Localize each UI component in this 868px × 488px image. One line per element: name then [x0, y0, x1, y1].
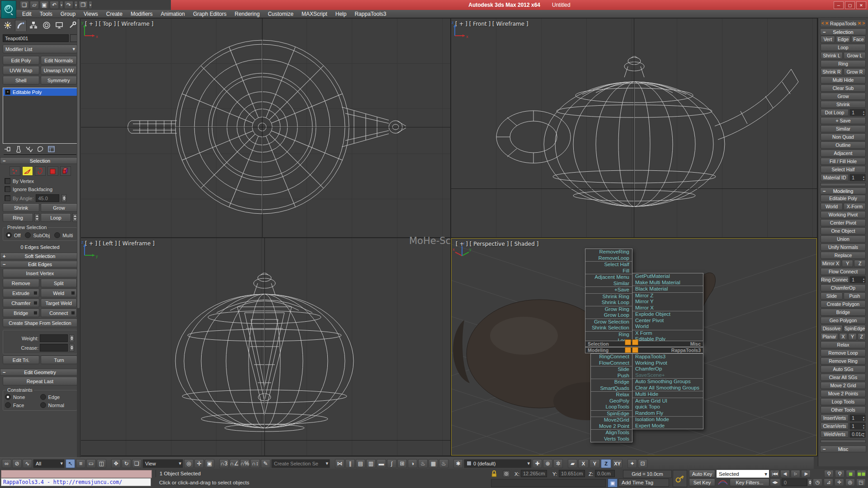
remove-modifier-icon[interactable] — [36, 145, 44, 153]
previous-frame-button[interactable]: ◀|| — [780, 470, 790, 478]
rt-button[interactable]: Loop — [821, 44, 866, 51]
grid-toggle-icon[interactable]: ⊡ — [638, 459, 647, 468]
rt-button[interactable]: Push — [844, 292, 866, 300]
quad-menu-item[interactable]: Working Pivot — [632, 360, 703, 366]
rt-button[interactable]: Unify Normals — [821, 244, 866, 251]
constraint-option[interactable]: None — [5, 394, 40, 400]
polygon-subobject-icon[interactable] — [47, 166, 58, 176]
edit-edges-button[interactable]: Chamfer — [3, 299, 39, 307]
rt-button[interactable]: Grow R — [844, 68, 866, 75]
rt-button[interactable]: Grow L — [844, 52, 866, 59]
quad-menu-item[interactable]: Grow Loop — [585, 312, 632, 319]
quad-menu-item[interactable]: Move2Grid — [591, 417, 632, 423]
rt-button[interactable]: + Save — [821, 117, 866, 124]
go-to-start-button[interactable]: |◀◀ — [770, 470, 779, 478]
quad-menu-item[interactable]: Make Multi Material — [632, 280, 703, 286]
orbit-icon[interactable]: ◎ — [845, 479, 855, 486]
rt-button[interactable]: Z — [854, 260, 866, 267]
render-setup-icon[interactable]: ♨ — [418, 459, 428, 468]
ring-spinner[interactable] — [34, 213, 39, 222]
rt-button[interactable]: Create Polygon — [821, 300, 866, 308]
menu-item[interactable]: Tools — [36, 10, 57, 18]
rt-button[interactable]: Shrink R — [821, 68, 843, 75]
selection-set-dropdown[interactable]: Selected — [717, 470, 769, 478]
layer-properties-icon[interactable]: ✲ — [553, 459, 563, 468]
menu-item[interactable]: Modifiers — [127, 10, 157, 18]
undo-dropdown-icon[interactable]: ▾ — [60, 1, 63, 9]
rt-button[interactable]: Working Pivot — [821, 211, 866, 218]
modifier-shortcut-button[interactable]: Shell — [3, 76, 39, 84]
close-button[interactable]: ✕ — [856, 1, 866, 9]
by-vertex-checkbox[interactable] — [5, 178, 10, 184]
quad-menu-item[interactable]: Grow Ring — [585, 306, 632, 313]
workspace-dropdown-icon[interactable]: ▾ — [89, 1, 92, 9]
rt-button[interactable]: Other Tools — [821, 406, 866, 413]
graphite-tools-icon[interactable]: ▰ — [568, 459, 577, 468]
bind-to-space-warp-icon[interactable]: ∿ — [23, 459, 32, 468]
reference-coordinate-dropdown[interactable]: View — [142, 459, 183, 468]
quad-menu-item[interactable]: Select Half — [585, 261, 632, 268]
scene-explorer-icon[interactable]: ▤ — [356, 459, 365, 468]
rt-button[interactable]: Shrink L — [821, 52, 843, 59]
rt-button[interactable]: Remove Ring — [821, 357, 866, 365]
loop-button[interactable]: Loop — [41, 213, 71, 222]
redo-icon[interactable]: ↷ — [64, 1, 73, 9]
new-key-default-in-out-tangents-icon[interactable] — [717, 479, 728, 486]
project-folder-icon[interactable]: ❐ — [79, 1, 88, 9]
make-unique-icon[interactable] — [25, 145, 33, 153]
auto-key-button[interactable]: Auto Key — [689, 470, 715, 478]
quad-menu-item[interactable]: Isolation Mode — [632, 416, 703, 423]
modifier-shortcut-button[interactable]: Unwrap UVW — [41, 66, 77, 75]
key-mode-toggle-icon[interactable]: ◀▶ — [770, 479, 780, 486]
quad-menu-item[interactable]: Black Material — [632, 286, 703, 292]
rt-button[interactable]: Non Quad — [821, 133, 866, 141]
tab-create[interactable] — [2, 19, 14, 31]
rt-button[interactable]: 1 — [849, 174, 866, 181]
crease-field[interactable] — [40, 344, 68, 352]
constraint-option[interactable]: Edge — [40, 394, 75, 400]
rollout-edit-geometry[interactable]: − Edit Geometry — [0, 369, 80, 375]
add-time-tag-button[interactable]: Add Time Tag — [618, 479, 669, 487]
rappatools-close-icon[interactable]: ✕ — [858, 21, 861, 26]
quad-menu-item[interactable]: Shrink Ring — [585, 293, 632, 300]
spinner-snap-icon[interactable]: ∩↕ — [250, 459, 260, 468]
select-by-name-icon[interactable]: ≡ — [76, 459, 85, 468]
tab-hierarchy[interactable] — [28, 19, 40, 31]
rt-button[interactable]: Flow Connect — [821, 268, 866, 275]
rt-button[interactable]: Select Half — [821, 166, 866, 173]
quad-menu-item[interactable]: Relax — [591, 391, 632, 398]
maximize-viewport-toggle-icon[interactable]: ◳ — [856, 479, 866, 486]
rt-button[interactable]: Move 2 Grid — [821, 382, 866, 389]
rt-button[interactable]: Y — [848, 333, 856, 340]
time-configuration-icon[interactable]: ◷ — [813, 479, 822, 486]
rt-button[interactable]: Similar — [821, 125, 866, 132]
selection-lock-icon[interactable] — [491, 470, 497, 477]
y-constraint-button[interactable]: Y — [590, 459, 600, 468]
rt-button[interactable]: Auto SGs — [821, 366, 866, 373]
new-scene-icon[interactable]: ❑ — [20, 1, 29, 9]
absolute-offset-toggle-icon[interactable] — [503, 470, 510, 477]
app-logo[interactable] — [1, 0, 16, 19]
y-coord-field[interactable]: 10.651cm — [559, 470, 585, 477]
rt-button[interactable]: One Object — [821, 227, 866, 235]
rt-button[interactable]: X-Form — [844, 203, 866, 210]
element-subobject-icon[interactable] — [60, 166, 71, 176]
quad-menu-item[interactable]: Shrink Selection — [585, 325, 632, 331]
modifier-shortcut-button[interactable]: Edit Poly — [3, 56, 39, 65]
quad-menu-item[interactable]: Active Grid UI — [632, 398, 703, 404]
weight-spinner[interactable] — [69, 334, 74, 342]
create-new-layer-icon[interactable]: ✚ — [533, 459, 542, 468]
edit-edges-button[interactable]: Connect — [41, 309, 77, 317]
command-panel-scrollbar[interactable] — [77, 18, 80, 457]
edit-edges-button[interactable]: Bridge — [3, 309, 39, 317]
toolbar-icon[interactable] — [331, 459, 334, 468]
rt-button[interactable]: X — [839, 333, 847, 340]
modifier-shortcut-button[interactable]: Symmetry — [41, 76, 77, 84]
active-layer-dropdown[interactable]: 0 (default) — [464, 459, 532, 468]
rt-button[interactable]: Slide — [821, 292, 843, 300]
percent-snap-icon[interactable]: ∩% — [240, 459, 250, 468]
rt-button[interactable]: ChamferOp — [821, 284, 866, 291]
toolbar-icon[interactable] — [564, 459, 567, 468]
curve-editor-icon[interactable]: ∫ — [387, 459, 396, 468]
rt-button[interactable]: 1 — [849, 422, 866, 430]
